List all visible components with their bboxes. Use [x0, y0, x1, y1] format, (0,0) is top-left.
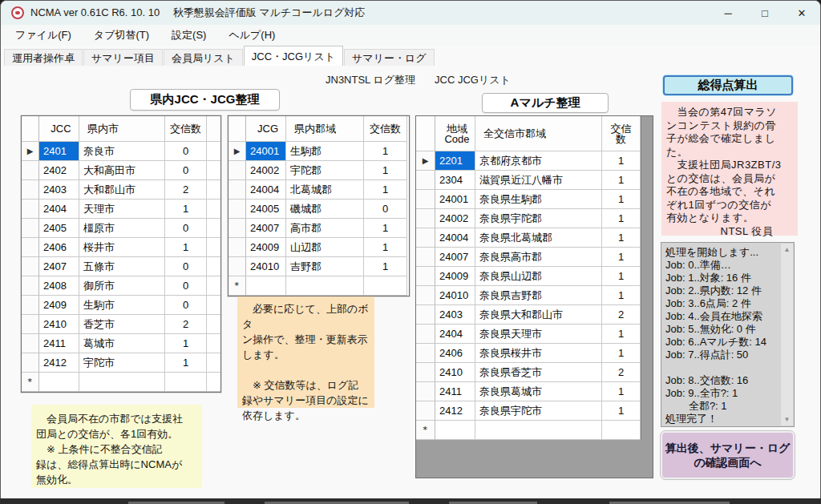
table-cell: 0	[165, 276, 207, 296]
minimize-button[interactable]: ─	[710, 1, 746, 25]
a-multi-table[interactable]: 地域 Code全交信市郡域交信 数▶2201京都府京都市12304滋賀県近江八幡…	[416, 116, 641, 440]
page-header: JN3NTSL ログ整理 JCC JCGリスト	[326, 73, 511, 87]
notice-pink-panel: 当会の第47回マラソ ンコンテスト規約の骨 子が総会で確定しまし た。 支援社団…	[661, 102, 798, 236]
table-cell: 奈良県宇陀市	[475, 401, 602, 421]
new-row-icon: ＊	[229, 276, 246, 296]
table-row[interactable]: 24007奈良県高市郡1	[416, 248, 641, 267]
table-cell: 1	[364, 161, 407, 180]
table-cell: 御所市	[79, 276, 165, 296]
tab-member-station-list[interactable]: 会員局リスト	[164, 49, 243, 66]
tab-summary-log[interactable]: サマリー・ログ	[344, 49, 435, 66]
table-row[interactable]: 24001奈良県生駒郡1	[416, 190, 641, 209]
column-header: JCG	[246, 116, 286, 142]
current-row-icon: ▶	[416, 151, 435, 171]
scroll-down-icon[interactable]: ▼	[784, 413, 791, 425]
table-cell: 京都府京都市	[475, 151, 602, 171]
new-row[interactable]: ＊	[22, 373, 220, 392]
row-header	[22, 161, 39, 180]
table-row[interactable]: 2409生駒市0	[22, 296, 220, 315]
tab-operator-console[interactable]: 運用者操作卓	[4, 49, 83, 66]
table-row[interactable]: 24009奈良県山辺郡1	[416, 267, 641, 286]
table-row[interactable]: ▶24001生駒郡1	[229, 142, 409, 161]
new-row[interactable]: ＊	[229, 276, 409, 296]
rule-yellow-panel: 会員局不在の市郡では支援社 団局との交信が、各1回有効。 ※ 上条件に不整合交信…	[31, 405, 202, 488]
table-row[interactable]: 2410香芝市2	[22, 315, 220, 334]
app-window: NCMA ver 0.61C R6. 10. 10 秋季懇親会評価版 マルチコー…	[0, 0, 821, 499]
menu-settings[interactable]: 設定(S)	[164, 26, 214, 45]
menu-tab-switch[interactable]: タブ切替(T)	[86, 26, 157, 45]
total-score-calc-button[interactable]: 総得点算出	[663, 75, 793, 95]
table-header-row: JCC県内市交信数	[22, 116, 220, 142]
table-cell: 2	[165, 315, 207, 334]
scroll-up-icon[interactable]: ▲	[784, 244, 791, 256]
table-row[interactable]: 2408御所市0	[22, 276, 220, 296]
table-cell: 0	[165, 219, 207, 238]
table-row[interactable]: 24002宇陀郡1	[229, 161, 409, 180]
menu-file[interactable]: ファイル(F)	[7, 26, 79, 45]
prefecture-jcc-jcg-organize-button[interactable]: 県内JCC・JCG整理	[130, 89, 280, 111]
tab-summary-items[interactable]: サマリー項目	[83, 49, 163, 66]
table-row[interactable]: 2411葛城市1	[22, 334, 220, 353]
table-row[interactable]: 24010吉野郡1	[229, 257, 409, 276]
table-cell: 宇陀郡	[286, 161, 364, 180]
table-cell: 2410	[39, 315, 79, 334]
table-row[interactable]: 2411奈良県葛城市1	[416, 382, 641, 401]
table-row[interactable]: 2402大和高田市0	[22, 161, 220, 180]
row-header	[22, 315, 39, 334]
table-cell: 1	[602, 248, 641, 267]
table-cell: 24005	[246, 200, 286, 219]
jcg-table[interactable]: JCG県内郡域交信数▶24001生駒郡124002宇陀郡124004北葛城郡12…	[228, 115, 410, 296]
process-log-box[interactable]: 処理を開始します...Job: 0..準備…Job: 1..対象: 16 件Jo…	[661, 242, 795, 427]
table-row[interactable]: 2403奈良県大和郡山市2	[416, 305, 641, 325]
row-header	[22, 353, 39, 373]
a-multi-organize-button[interactable]: Aマルチ整理	[482, 93, 609, 113]
table-row[interactable]: 24007高市郡1	[229, 219, 409, 238]
close-button[interactable]: ✕	[783, 1, 820, 25]
row-header	[416, 344, 435, 363]
new-row[interactable]: ＊	[416, 421, 641, 440]
table-row[interactable]: 24010奈良県吉野郡1	[416, 286, 641, 305]
table-row[interactable]: 2304滋賀県近江八幡市1	[416, 171, 641, 190]
table-cell: 2408	[39, 276, 79, 296]
column-header: 地域 Code	[435, 116, 475, 151]
table-row[interactable]: ▶2201京都府京都市1	[416, 151, 641, 171]
table-cell: 1	[602, 190, 641, 209]
table-row[interactable]: 24002奈良県宇陀郡1	[416, 209, 641, 228]
table-row[interactable]: 24005磯城郡0	[229, 200, 409, 219]
table-row[interactable]: ▶2401奈良市0	[22, 142, 220, 161]
table-row[interactable]: 2405橿原市0	[22, 219, 220, 238]
table-row[interactable]: 2404奈良県天理市1	[416, 325, 641, 344]
table-row[interactable]: 2412奈良県宇陀市1	[416, 401, 641, 421]
table-row[interactable]: 2404天理市1	[22, 200, 220, 219]
table-header-row: JCG県内郡域交信数	[229, 116, 409, 142]
table-row[interactable]: 2410奈良県香芝市2	[416, 363, 641, 382]
table-row[interactable]: 2407五條市0	[22, 257, 220, 276]
table-row[interactable]: 2403大和郡山市2	[22, 180, 220, 200]
table-cell: 1	[602, 344, 641, 363]
table-cell: 奈良県生駒郡	[475, 190, 602, 209]
table-header-row: 地域 Code全交信市郡域交信 数	[416, 116, 641, 151]
go-to-summary-log-button[interactable]: 算出後、サマリー・ログ の確認画面へ	[661, 431, 795, 479]
table-row[interactable]: 24004北葛城郡1	[229, 180, 409, 200]
table-cell: 奈良県宇陀郡	[475, 209, 602, 228]
maximize-button[interactable]: □	[746, 1, 783, 25]
table-cell: 1	[364, 180, 407, 200]
table-cell: 奈良県葛城市	[475, 382, 602, 401]
table-cell: 奈良県桜井市	[475, 344, 602, 363]
table-cell: 2406	[39, 238, 79, 257]
tab-jcc-jcg-list[interactable]: JCC・JCGリスト	[244, 46, 343, 66]
table-cell: 奈良県山辺郡	[475, 267, 602, 286]
table-cell: 奈良県香芝市	[475, 363, 602, 382]
table-cell: 2407	[39, 257, 79, 276]
table-row[interactable]: 24009山辺郡1	[229, 238, 409, 257]
log-scrollbar[interactable]: ▲ ▼	[781, 244, 793, 425]
table-row[interactable]: 2406桜井市1	[22, 238, 220, 257]
table-cell: 24002	[435, 209, 475, 228]
table-cell: 橿原市	[79, 219, 165, 238]
table-row[interactable]: 2412宇陀市1	[22, 353, 220, 373]
menu-help[interactable]: ヘルプ(H)	[220, 26, 283, 45]
table-cell: 2403	[435, 305, 475, 325]
table-row[interactable]: 24004奈良県北葛城郡1	[416, 228, 641, 248]
table-row[interactable]: 2406奈良県桜井市1	[416, 344, 641, 363]
jcc-table[interactable]: JCC県内市交信数▶2401奈良市02402大和高田市02403大和郡山市224…	[21, 115, 221, 393]
